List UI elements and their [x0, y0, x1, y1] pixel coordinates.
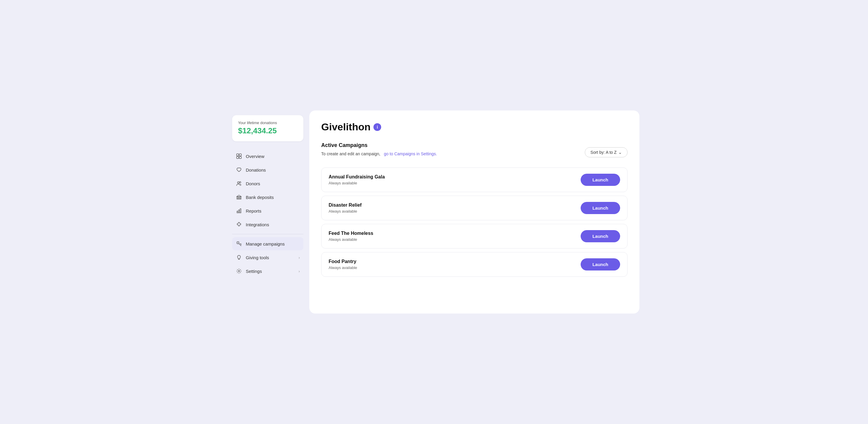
sort-label: Sort by: A to Z [590, 150, 617, 155]
sidebar: Your lifetime donations $12,434.25 Overv… [226, 108, 309, 316]
svg-point-5 [240, 182, 241, 183]
svg-rect-1 [239, 154, 241, 156]
sidebar-label-giving-tools: Giving tools [246, 255, 269, 260]
nav-section-main: Overview Donations [232, 150, 303, 231]
sidebar-label-overview: Overview [246, 154, 265, 159]
lifetime-amount: $12,434.25 [238, 126, 298, 135]
svg-rect-10 [238, 210, 240, 213]
puzzle-icon [236, 221, 242, 228]
active-campaigns-section: Active Campaigns To create and edit an c… [321, 142, 437, 162]
sidebar-label-bank-deposits: Bank deposits [246, 195, 274, 200]
svg-rect-0 [237, 154, 239, 156]
svg-rect-8 [241, 197, 241, 199]
users-icon [236, 180, 242, 187]
campaigns-settings-link[interactable]: go to Campaigns in Settings. [384, 151, 437, 156]
sidebar-label-donors: Donors [246, 181, 260, 186]
chevron-right-icon: › [299, 255, 300, 260]
lifetime-label: Your lifetime donations [238, 121, 298, 125]
active-campaigns-title: Active Campaigns [321, 142, 437, 148]
campaign-name: Food Pantry [329, 259, 357, 264]
sidebar-label-donations: Donations [246, 168, 266, 173]
nav-divider [232, 234, 303, 234]
sidebar-label-integrations: Integrations [246, 222, 269, 227]
campaign-info: Food Pantry Always available [329, 259, 357, 270]
sidebar-label-manage-campaigns: Manage campaigns [246, 241, 285, 246]
campaign-info: Feed The Homeless Always available [329, 231, 373, 242]
sidebar-item-giving-tools[interactable]: Giving tools › [232, 251, 303, 264]
svg-rect-7 [239, 197, 240, 199]
campaign-info: Annual Fundraising Gala Always available [329, 174, 385, 185]
sidebar-item-integrations[interactable]: Integrations [232, 218, 303, 231]
launch-button[interactable]: Launch [581, 174, 620, 186]
campaign-availability: Always available [329, 209, 362, 213]
nav-section-tools: Manage campaigns Giving tools › [232, 237, 303, 278]
sidebar-item-donors[interactable]: Donors [232, 177, 303, 190]
lightbulb-icon [236, 254, 242, 261]
svg-point-13 [238, 243, 238, 243]
svg-rect-9 [237, 211, 238, 213]
svg-rect-11 [240, 209, 241, 213]
grid-icon [236, 153, 242, 159]
bank-icon [236, 194, 242, 201]
campaign-card: Disaster Relief Always available Launch [321, 196, 627, 220]
launch-button[interactable]: Launch [581, 230, 620, 242]
tag-icon [236, 241, 242, 247]
sort-dropdown[interactable]: Sort by: A to Z ⌄ [585, 147, 627, 157]
svg-rect-6 [237, 197, 238, 199]
campaign-card: Feed The Homeless Always available Launc… [321, 224, 627, 248]
campaign-availability: Always available [329, 181, 385, 185]
bar-chart-icon [236, 208, 242, 214]
launch-button[interactable]: Launch [581, 258, 620, 271]
heart-icon [236, 166, 242, 173]
sidebar-item-reports[interactable]: Reports [232, 204, 303, 217]
campaign-list: Annual Fundraising Gala Always available… [321, 168, 627, 277]
campaigns-subtitle: To create and edit an campaign, go to Ca… [321, 151, 437, 156]
campaign-name: Annual Fundraising Gala [329, 174, 385, 180]
sidebar-item-settings[interactable]: Settings › [232, 265, 303, 278]
page-title-row: Givelithon i [321, 121, 627, 133]
app-container: Your lifetime donations $12,434.25 Overv… [226, 108, 642, 316]
sidebar-item-bank-deposits[interactable]: Bank deposits [232, 191, 303, 204]
lifetime-card: Your lifetime donations $12,434.25 [232, 115, 303, 141]
campaign-availability: Always available [329, 266, 357, 270]
campaign-availability: Always available [329, 237, 373, 242]
page-title: Givelithon [321, 121, 370, 133]
main-content: Givelithon i Active Campaigns To create … [309, 111, 640, 313]
sidebar-item-donations[interactable]: Donations [232, 163, 303, 176]
svg-rect-2 [237, 156, 239, 158]
campaign-card: Food Pantry Always available Launch [321, 252, 627, 277]
campaign-name: Feed The Homeless [329, 231, 373, 236]
sidebar-label-reports: Reports [246, 208, 261, 213]
sidebar-item-manage-campaigns[interactable]: Manage campaigns [232, 237, 303, 250]
chevron-down-icon: ⌄ [618, 150, 622, 155]
campaign-card: Annual Fundraising Gala Always available… [321, 168, 627, 192]
sidebar-item-overview[interactable]: Overview [232, 150, 303, 163]
campaigns-header: Active Campaigns To create and edit an c… [321, 142, 627, 162]
campaign-info: Disaster Relief Always available [329, 203, 362, 213]
svg-point-14 [238, 271, 240, 272]
campaign-name: Disaster Relief [329, 203, 362, 208]
svg-rect-3 [239, 156, 241, 158]
info-badge[interactable]: i [373, 123, 381, 131]
subtitle-static-text: To create and edit an campaign, [321, 151, 380, 156]
sidebar-label-settings: Settings [246, 269, 262, 274]
launch-button[interactable]: Launch [581, 202, 620, 214]
gear-icon [236, 268, 242, 274]
svg-point-4 [238, 182, 239, 183]
chevron-right-settings-icon: › [299, 269, 300, 273]
